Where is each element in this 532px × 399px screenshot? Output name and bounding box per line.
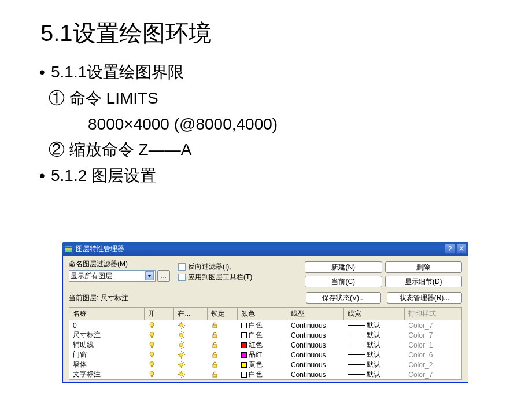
bullet-5-1-2: 5.1.2 图层设置 bbox=[51, 163, 497, 189]
current-button[interactable]: 当前(C) bbox=[305, 276, 382, 287]
invert-filter-checkbox[interactable] bbox=[178, 263, 186, 271]
svg-point-65 bbox=[180, 373, 183, 376]
named-filters-label[interactable]: 命名图层过滤器(M) bbox=[69, 259, 128, 269]
layer-color[interactable]: 黄色 bbox=[238, 360, 287, 370]
sun-icon[interactable] bbox=[178, 322, 185, 329]
filter-combo-value: 显示所有图层 bbox=[71, 271, 112, 281]
svg-point-51 bbox=[150, 362, 154, 366]
subline-limits-value: 8000×4000 (@8000,4000) bbox=[40, 112, 497, 138]
layer-linetype[interactable]: Continuous bbox=[287, 330, 344, 340]
dialog-body: 命名图层过滤器(M) 显示所有图层 ... 反向过滤器(I)。 bbox=[62, 256, 468, 383]
col-linetype[interactable]: 线型 bbox=[287, 308, 344, 320]
lock-icon[interactable] bbox=[211, 351, 219, 359]
layers-icon bbox=[64, 244, 73, 253]
sun-icon[interactable] bbox=[178, 361, 185, 368]
svg-rect-40 bbox=[151, 356, 153, 357]
bulb-icon[interactable] bbox=[148, 361, 156, 368]
lock-icon[interactable] bbox=[211, 341, 219, 349]
svg-line-72 bbox=[183, 372, 184, 372]
svg-line-49 bbox=[179, 357, 179, 357]
filter-ellipsis-button[interactable]: ... bbox=[157, 270, 170, 282]
close-button[interactable]: X bbox=[456, 243, 467, 254]
col-lock[interactable]: 锁定 bbox=[208, 308, 238, 320]
bulb-icon[interactable] bbox=[148, 371, 156, 378]
sun-icon[interactable] bbox=[178, 341, 185, 349]
svg-rect-28 bbox=[151, 346, 153, 348]
bulb-icon[interactable] bbox=[148, 351, 156, 359]
layer-color[interactable]: 红色 bbox=[238, 340, 287, 350]
layer-color[interactable]: 白色 bbox=[238, 370, 287, 379]
layer-color[interactable]: 品红 bbox=[238, 350, 287, 360]
state-manager-button[interactable]: 状态管理器(R)... bbox=[387, 292, 462, 304]
svg-line-23 bbox=[183, 337, 184, 338]
svg-rect-26 bbox=[213, 335, 217, 338]
col-plotstyle[interactable]: 打印样式 bbox=[405, 308, 461, 320]
layer-color[interactable]: 白色 bbox=[238, 320, 287, 330]
details-button[interactable]: 显示细节(D) bbox=[385, 276, 463, 287]
layer-lineweight[interactable]: 默认 bbox=[344, 330, 405, 340]
bulb-icon[interactable] bbox=[148, 341, 156, 349]
lock-icon[interactable] bbox=[211, 331, 219, 339]
subline-zoom: ② 缩放命令 Z——A bbox=[40, 137, 497, 163]
current-layer-label: 当前图层: 尺寸标注 bbox=[69, 293, 128, 303]
dialog-titlebar[interactable]: 图层特性管理器 ? X bbox=[62, 242, 468, 256]
delete-button[interactable]: 删除 bbox=[385, 261, 463, 273]
chevron-down-icon[interactable] bbox=[145, 271, 154, 280]
table-row[interactable]: 文字标注白色Continuous默认Color_7 bbox=[69, 370, 461, 379]
table-row[interactable]: 辅助线红色Continuous默认Color_1 bbox=[69, 340, 461, 350]
col-on[interactable]: 开 bbox=[145, 308, 175, 320]
lock-icon[interactable] bbox=[211, 371, 219, 378]
layer-lineweight[interactable]: 默认 bbox=[344, 320, 405, 330]
help-button[interactable]: ? bbox=[445, 243, 455, 254]
layer-linetype[interactable]: Continuous bbox=[287, 360, 344, 370]
save-state-button[interactable]: 保存状态(V)... bbox=[306, 292, 381, 304]
sun-icon[interactable] bbox=[178, 371, 185, 378]
svg-point-17 bbox=[180, 334, 183, 337]
sun-icon[interactable] bbox=[178, 351, 185, 359]
svg-line-36 bbox=[183, 342, 184, 343]
layer-linetype[interactable]: Continuous bbox=[287, 370, 344, 379]
layer-linetype[interactable]: Continuous bbox=[287, 320, 344, 330]
new-button[interactable]: 新建(N) bbox=[305, 261, 382, 273]
col-lineweight[interactable]: 线宽 bbox=[344, 308, 405, 320]
table-row[interactable]: 门窗品红Continuous默认Color_6 bbox=[69, 350, 461, 360]
svg-rect-74 bbox=[213, 374, 217, 377]
col-name[interactable]: 名称 bbox=[69, 308, 145, 320]
layer-lineweight[interactable]: 默认 bbox=[344, 360, 405, 370]
layer-plotstyle: Color_6 bbox=[405, 350, 461, 360]
svg-point-29 bbox=[180, 343, 183, 347]
svg-point-15 bbox=[150, 332, 154, 337]
svg-point-53 bbox=[180, 363, 183, 367]
svg-line-10 bbox=[179, 323, 179, 323]
subline-limits: ① 命令 LIMITS bbox=[40, 86, 497, 112]
layer-name: 0 bbox=[69, 320, 145, 330]
svg-line-48 bbox=[183, 352, 184, 353]
sun-icon[interactable] bbox=[178, 331, 185, 339]
apply-toolbar-checkbox[interactable] bbox=[178, 274, 186, 281]
lock-icon[interactable] bbox=[211, 361, 219, 368]
layer-lineweight[interactable]: 默认 bbox=[344, 340, 405, 350]
layer-lineweight[interactable]: 默认 bbox=[344, 350, 405, 360]
svg-point-41 bbox=[180, 353, 183, 357]
layer-color[interactable]: 白色 bbox=[238, 330, 287, 340]
svg-line-35 bbox=[183, 347, 184, 348]
dialog-title: 图层特性管理器 bbox=[76, 244, 445, 254]
layer-lineweight[interactable]: 默认 bbox=[344, 370, 405, 379]
col-color[interactable]: 颜色 bbox=[238, 308, 287, 320]
svg-rect-64 bbox=[151, 375, 153, 377]
svg-rect-62 bbox=[213, 364, 217, 367]
layer-linetype[interactable]: Continuous bbox=[287, 350, 344, 360]
table-row[interactable]: 0白色Continuous默认Color_7 bbox=[69, 320, 461, 330]
svg-line-46 bbox=[179, 352, 179, 353]
col-freeze[interactable]: 在... bbox=[174, 308, 208, 320]
lock-icon[interactable] bbox=[211, 322, 219, 329]
table-row[interactable]: 尺寸标注白色Continuous默认Color_7 bbox=[69, 330, 461, 340]
filter-combo[interactable]: 显示所有图层 bbox=[69, 270, 156, 282]
layer-plotstyle: Color_7 bbox=[405, 330, 461, 340]
table-row[interactable]: 墙体黄色Continuous默认Color_2 bbox=[69, 360, 461, 370]
bulb-icon[interactable] bbox=[148, 331, 156, 339]
svg-line-70 bbox=[179, 372, 179, 372]
layer-linetype[interactable]: Continuous bbox=[287, 340, 344, 350]
bulb-icon[interactable] bbox=[148, 322, 156, 329]
svg-rect-4 bbox=[151, 326, 153, 328]
